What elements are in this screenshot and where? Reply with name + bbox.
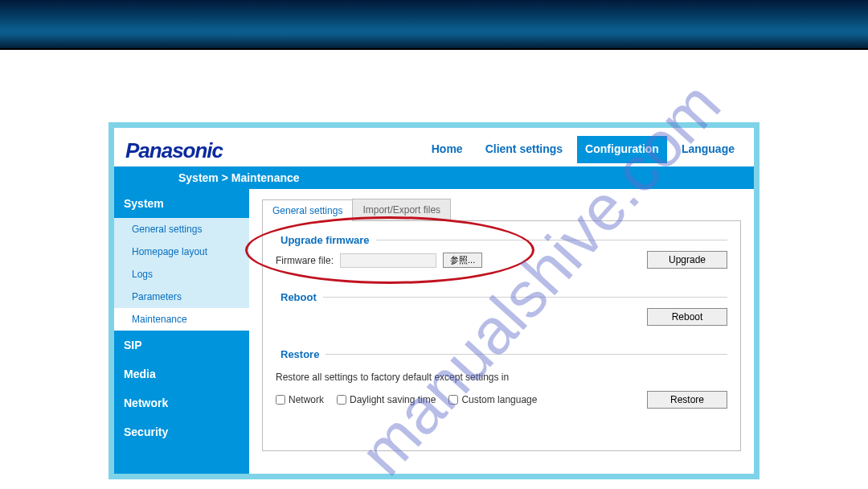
restore-group: Restore Restore all settings to factory … bbox=[276, 348, 727, 420]
restore-opt-lang[interactable]: Custom language bbox=[448, 394, 537, 405]
upgrade-legend: Upgrade firmware bbox=[276, 234, 376, 246]
header: Panasonic Home Client settings Configura… bbox=[114, 128, 754, 166]
firmware-file-label: Firmware file: bbox=[276, 255, 334, 266]
sidebar-item-general-settings[interactable]: General settings bbox=[114, 218, 249, 240]
subtab-import-export[interactable]: Import/Export files bbox=[352, 199, 451, 220]
top-tabs: Home Client settings Configuration Langu… bbox=[424, 136, 743, 163]
tab-home[interactable]: Home bbox=[424, 136, 471, 163]
brand-logo: Panasonic bbox=[125, 138, 223, 163]
restore-opt-network-checkbox[interactable] bbox=[276, 395, 285, 405]
app-frame: Panasonic Home Client settings Configura… bbox=[108, 122, 760, 479]
top-banner bbox=[0, 0, 868, 50]
tab-configuration[interactable]: Configuration bbox=[577, 136, 667, 163]
reboot-group: Reboot Reboot bbox=[276, 291, 727, 337]
browse-button[interactable]: 参照... bbox=[443, 253, 482, 268]
restore-opt-dst[interactable]: Daylight saving time bbox=[337, 394, 436, 405]
restore-opt-dst-checkbox[interactable] bbox=[337, 395, 346, 405]
subtab-general-settings[interactable]: General settings bbox=[262, 199, 353, 221]
firmware-file-input[interactable] bbox=[340, 253, 436, 268]
sidebar-section-system[interactable]: System bbox=[114, 189, 249, 218]
restore-options: Network Daylight saving time Custom lang… bbox=[276, 394, 537, 405]
tab-language[interactable]: Language bbox=[674, 136, 743, 163]
sidebar-section-media[interactable]: Media bbox=[114, 360, 249, 388]
tab-client-settings[interactable]: Client settings bbox=[477, 136, 571, 163]
restore-opt-network[interactable]: Network bbox=[276, 394, 324, 405]
restore-opt-lang-checkbox[interactable] bbox=[448, 395, 458, 405]
reboot-legend: Reboot bbox=[276, 291, 323, 303]
sidebar-system-submenu: General settings Homepage layout Logs Pa… bbox=[114, 218, 249, 331]
reboot-button[interactable]: Reboot bbox=[647, 308, 727, 326]
sidebar-section-sip[interactable]: SIP bbox=[114, 331, 249, 360]
sidebar-item-logs[interactable]: Logs bbox=[114, 263, 249, 286]
sidebar-item-homepage-layout[interactable]: Homepage layout bbox=[114, 240, 249, 263]
content-area: General settings Import/Export files Upg… bbox=[249, 189, 754, 474]
sidebar-item-maintenance[interactable]: Maintenance bbox=[114, 308, 249, 331]
settings-panel: Upgrade firmware Upgrade Firmware file: … bbox=[262, 221, 741, 451]
sidebar: System General settings Homepage layout … bbox=[114, 189, 249, 474]
sidebar-item-parameters[interactable]: Parameters bbox=[114, 286, 249, 308]
restore-legend: Restore bbox=[276, 348, 326, 360]
sidebar-section-security[interactable]: Security bbox=[114, 417, 249, 446]
upgrade-button[interactable]: Upgrade bbox=[647, 251, 727, 269]
content-tabs: General settings Import/Export files bbox=[262, 199, 741, 221]
breadcrumb: System > Maintenance bbox=[114, 166, 754, 189]
sidebar-section-network[interactable]: Network bbox=[114, 388, 249, 417]
body: System General settings Homepage layout … bbox=[114, 189, 754, 474]
restore-description: Restore all settings to factory default … bbox=[276, 372, 727, 383]
restore-button[interactable]: Restore bbox=[647, 391, 727, 409]
upgrade-firmware-group: Upgrade firmware Upgrade Firmware file: … bbox=[276, 234, 727, 280]
